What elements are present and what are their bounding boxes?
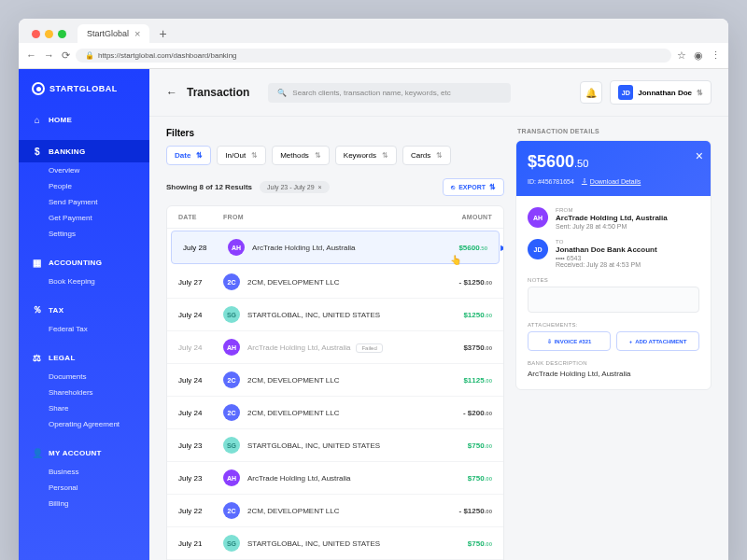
forward-icon[interactable]: → bbox=[44, 49, 54, 62]
date-range-chip[interactable]: July 23 - July 29 × bbox=[260, 181, 330, 193]
table-row[interactable]: July 28AHArcTrade Holding Ltd, Australia… bbox=[171, 231, 500, 264]
sidebar-item-overview[interactable]: Overview bbox=[49, 162, 149, 178]
sidebar-item-shareholders[interactable]: Shareholders bbox=[49, 385, 149, 400]
sidebar-item-people[interactable]: People bbox=[49, 178, 149, 194]
row-date: July 28 bbox=[183, 244, 228, 252]
to-account: •••• 6543 bbox=[556, 255, 699, 261]
transactions-table: DATE FROM AMOUNT July 28AHArcTrade Holdi… bbox=[166, 205, 504, 560]
attachments-label: ATTACHEMENTS: bbox=[528, 322, 699, 328]
close-window-icon[interactable] bbox=[32, 30, 40, 38]
table-row[interactable]: July 242C2CM, DEVELOPMENT LLC$1125.00 bbox=[167, 364, 503, 397]
notifications-button[interactable]: 🔔 bbox=[580, 81, 602, 104]
nav-accounting[interactable]: ▦ACCOUNTING bbox=[19, 251, 149, 273]
filter-cards[interactable]: Cards⇅ bbox=[402, 146, 451, 165]
invoice-attachment-button[interactable]: ⇩INVOICE #321 bbox=[528, 331, 611, 351]
from-avatar: AH bbox=[528, 207, 548, 228]
filters-title: Filters bbox=[166, 128, 504, 138]
to-avatar: JD bbox=[528, 239, 548, 259]
sidebar-item-settings[interactable]: Settings bbox=[49, 226, 149, 242]
row-from: ArcTrade Holding Ltd, AustraliaFailed bbox=[247, 343, 427, 352]
topbar: ← Transaction 🔍 Search clients, transact… bbox=[149, 69, 728, 117]
filter-date[interactable]: Date⇅ bbox=[166, 146, 211, 165]
filter-keywords[interactable]: Keywords⇅ bbox=[335, 146, 397, 165]
row-avatar: AH bbox=[223, 339, 240, 356]
close-detail-button[interactable]: × bbox=[696, 148, 703, 163]
row-amount: $750.00 bbox=[427, 474, 492, 483]
table-row[interactable]: July 222C2CM, DEVELOPMENT LLC- $1250.00 bbox=[167, 495, 503, 527]
sidebar-item-send-payment[interactable]: Send Payment bbox=[49, 194, 149, 210]
table-row[interactable]: July 23SGSTARTGLOBAL, INC, UNITED STATES… bbox=[167, 429, 503, 462]
chevron-updown-icon: ⇅ bbox=[382, 151, 388, 160]
transaction-detail-card: × $5600.50 ID: #456781654 ⇩Download Deta… bbox=[515, 140, 712, 390]
row-from: ArcTrade Holding Ltd, Australia bbox=[247, 474, 427, 483]
filter-methods[interactable]: Methods⇅ bbox=[272, 146, 330, 165]
sidebar-item-business[interactable]: Business bbox=[49, 464, 149, 480]
row-from: 2CM, DEVELOPMENT LLC bbox=[247, 409, 427, 417]
nav-banking[interactable]: $BANKING bbox=[19, 140, 149, 162]
table-row[interactable]: July 21SGSTARTGLOBAL, INC, UNITED STATES… bbox=[167, 527, 503, 560]
col-header-amount: AMOUNT bbox=[427, 214, 492, 220]
sidebar-item-operating-agreement[interactable]: Operating Agreement bbox=[49, 416, 149, 432]
sidebar-item-get-payment[interactable]: Get Payment bbox=[49, 210, 149, 226]
row-avatar: AH bbox=[223, 469, 240, 486]
row-avatar: 2C bbox=[223, 502, 240, 519]
logo[interactable]: STARTGLOBAL bbox=[19, 82, 149, 108]
sidebar-item-book-keeping[interactable]: Book Keeping bbox=[49, 273, 149, 289]
table-row[interactable]: July 242C2CM, DEVELOPMENT LLC- $200.00 bbox=[167, 397, 503, 429]
row-date: July 24 bbox=[178, 409, 223, 417]
nav-tax[interactable]: ％TAX bbox=[19, 299, 149, 321]
browser-tab[interactable]: StartGlobal × bbox=[78, 24, 149, 43]
menu-icon[interactable]: ⋮ bbox=[711, 49, 721, 62]
add-attachment-button[interactable]: +ADD ATTACHMENT bbox=[616, 331, 699, 351]
search-input[interactable]: 🔍 Search clients, transaction name, keyw… bbox=[268, 83, 511, 103]
minimize-window-icon[interactable] bbox=[45, 30, 53, 38]
sidebar-item-federal-tax[interactable]: Federal Tax bbox=[49, 321, 149, 337]
bell-icon: 🔔 bbox=[585, 88, 597, 98]
url-field[interactable]: 🔒 https://startglobal.com/dashboard/bank… bbox=[76, 49, 671, 63]
reload-icon[interactable]: ⟳ bbox=[62, 49, 70, 62]
brand-name: STARTGLOBAL bbox=[49, 84, 118, 93]
star-icon[interactable]: ☆ bbox=[677, 49, 686, 62]
nav-account[interactable]: 👤MY ACCOUNT bbox=[19, 441, 149, 464]
row-from: 2CM, DEVELOPMENT LLC bbox=[247, 507, 427, 515]
sidebar-item-share[interactable]: Share bbox=[49, 400, 149, 416]
notes-label: NOTES bbox=[528, 277, 699, 283]
user-menu[interactable]: JD Jonnathan Doe ⇅ bbox=[610, 80, 712, 105]
maximize-window-icon[interactable] bbox=[58, 30, 66, 38]
new-tab-button[interactable]: + bbox=[155, 26, 170, 41]
browser-chrome: StartGlobal × + ← → ⟳ 🔒 https://startglo… bbox=[19, 19, 728, 69]
home-icon: ⌂ bbox=[32, 114, 43, 125]
nav-legal[interactable]: ⚖LEGAL bbox=[19, 346, 149, 369]
from-timestamp: Sent: July 28 at 4:50 PM bbox=[556, 223, 699, 230]
row-date: July 22 bbox=[178, 507, 223, 515]
remove-chip-icon[interactable]: × bbox=[318, 184, 322, 190]
logo-icon bbox=[32, 82, 45, 95]
to-label: TO bbox=[556, 239, 699, 245]
sidebar-item-personal[interactable]: Personal bbox=[49, 480, 149, 496]
download-details-link[interactable]: ⇩Download Details bbox=[582, 177, 641, 185]
profile-icon[interactable]: ◉ bbox=[694, 49, 703, 62]
table-row[interactable]: July 24AHArcTrade Holding Ltd, Australia… bbox=[167, 331, 503, 364]
notes-input[interactable] bbox=[528, 287, 699, 313]
filter-inout[interactable]: In/Out⇅ bbox=[217, 146, 266, 165]
table-row[interactable]: July 24SGSTARTGLOBAL, INC, UNITED STATES… bbox=[167, 299, 503, 331]
banking-icon: $ bbox=[32, 146, 43, 157]
accounting-icon: ▦ bbox=[32, 257, 43, 268]
row-avatar: SG bbox=[223, 306, 240, 323]
row-avatar: 2C bbox=[223, 273, 240, 290]
sidebar-item-documents[interactable]: Documents bbox=[49, 369, 149, 385]
search-placeholder: Search clients, transaction name, keywor… bbox=[292, 89, 450, 97]
export-button[interactable]: ⎋ EXPORT ⇅ bbox=[443, 178, 504, 196]
search-icon: 🔍 bbox=[277, 89, 287, 97]
bank-desc-label: BANK DESCRIPTION bbox=[528, 360, 699, 366]
nav-home[interactable]: ⌂HOME bbox=[19, 108, 149, 131]
row-date: July 24 bbox=[178, 376, 223, 385]
row-avatar: AH bbox=[228, 239, 245, 256]
table-row[interactable]: July 272C2CM, DEVELOPMENT LLC- $1250.00 bbox=[167, 266, 503, 299]
back-arrow[interactable]: ← bbox=[166, 86, 177, 99]
back-icon[interactable]: ← bbox=[26, 49, 36, 62]
user-icon: 👤 bbox=[32, 447, 43, 458]
table-row[interactable]: July 23AHArcTrade Holding Ltd, Australia… bbox=[167, 462, 503, 495]
sidebar-item-billing[interactable]: Billing bbox=[49, 496, 149, 511]
close-tab-icon[interactable]: × bbox=[134, 28, 140, 39]
